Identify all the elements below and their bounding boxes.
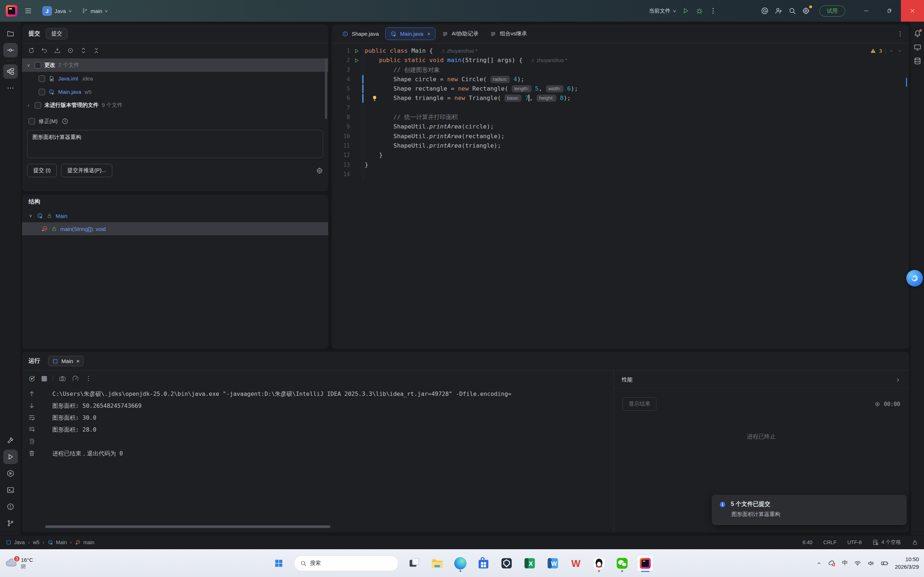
code-line[interactable]: 6 Shape triangle = new Triangle( base: 7… [332, 93, 909, 103]
code-line[interactable]: 4 Shape circle = new Circle( radius: 4); [332, 75, 909, 84]
unlock-icon[interactable] [912, 539, 918, 546]
taskbar-clock[interactable]: 10:50 2026/3/29 [895, 556, 919, 571]
project-selector[interactable]: J Java ∨ [39, 4, 75, 18]
group-checkbox[interactable] [35, 102, 41, 109]
run-button[interactable] [679, 5, 693, 17]
chevron-down-icon[interactable]: ∨ [26, 63, 31, 68]
battery-icon[interactable] [881, 559, 888, 567]
taskbar-app-store[interactable] [475, 555, 492, 572]
restore-button[interactable] [878, 0, 901, 22]
amend-checkbox[interactable] [29, 118, 35, 124]
close-tab-icon[interactable]: × [76, 358, 80, 364]
editor-tab--vs-[interactable]: 组合vs继承 [485, 27, 532, 40]
author-inlay[interactable]: zhuyanshuo * [530, 57, 567, 63]
taskbar-app-word[interactable]: W [544, 555, 561, 572]
close-tab-icon[interactable]: × [427, 31, 430, 37]
sidebar-item-remote[interactable] [912, 42, 923, 53]
print-icon[interactable] [28, 438, 36, 445]
floating-ai-button[interactable] [906, 270, 923, 287]
chevron-right-icon[interactable]: › [26, 103, 31, 108]
encoding-selector[interactable]: UTF-8 [848, 540, 862, 545]
show-results-button[interactable]: 显示结果 [622, 397, 656, 411]
group-checkbox[interactable] [35, 62, 41, 69]
onedrive-error-icon[interactable] [828, 559, 836, 567]
taskbar-app-shield[interactable] [498, 555, 515, 572]
main-menu-button[interactable] [21, 5, 36, 17]
change-group-row[interactable]: ›未进行版本管理的文件9 个文件 [22, 98, 328, 112]
horizontal-scrollbar[interactable] [45, 525, 330, 528]
branch-selector[interactable]: main ∨ [78, 5, 111, 16]
sidebar-item-run[interactable] [3, 450, 18, 464]
editor-tab-main-java[interactable]: CMain.java× [385, 27, 435, 40]
code-line[interactable]: 13} [332, 160, 909, 169]
taskbar-app-excel[interactable]: X [522, 555, 538, 572]
refresh-icon[interactable] [28, 47, 35, 54]
wifi-icon[interactable] [854, 560, 861, 567]
author-inlay[interactable]: zhuyanshuo * [441, 48, 478, 54]
code-line[interactable]: 8 // 统一计算并打印面积 [332, 113, 909, 122]
debug-button[interactable] [693, 5, 706, 17]
collapse-all-icon[interactable] [93, 47, 100, 54]
taskbar-app-edge[interactable] [452, 555, 468, 572]
screenshot-icon[interactable] [59, 375, 66, 382]
up-stacktrace-icon[interactable] [28, 390, 36, 397]
run-line-icon[interactable] [354, 48, 360, 54]
close-button[interactable] [901, 0, 924, 22]
changed-file-row[interactable]: Java.iml.idea [22, 72, 328, 85]
search-everywhere-button[interactable] [785, 5, 799, 17]
down-stacktrace-icon[interactable] [28, 402, 36, 409]
taskbar-app-wechat[interactable] [614, 555, 630, 572]
taskbar-app-explorer[interactable] [429, 555, 446, 572]
sidebar-item-notifications[interactable] [912, 28, 923, 39]
editor-tab-shape-java[interactable]: CShape.java [337, 27, 384, 40]
inspections-widget[interactable]: 3 [870, 48, 902, 54]
commit-button[interactable]: 提交 (I) [27, 164, 57, 177]
code-line[interactable]: 9 ShapeUtil.printArea(circle); [332, 122, 909, 131]
breadcrumb-item[interactable]: mmain [75, 540, 94, 545]
taskbar-app-wps[interactable]: W [568, 555, 584, 572]
commit-tab[interactable]: 提交 [46, 28, 68, 39]
run-tab-main[interactable]: Main × [48, 356, 84, 366]
sidebar-item-structure[interactable] [3, 64, 18, 79]
trial-badge[interactable]: 试用 [819, 5, 845, 16]
target-icon[interactable] [67, 47, 74, 54]
clear-console-icon[interactable] [28, 450, 36, 457]
indent-selector[interactable]: 4 个空格 [872, 539, 901, 546]
next-problem-icon[interactable] [897, 48, 902, 53]
code-line[interactable]: 2 public static void main(String[] args)… [332, 56, 909, 65]
run-config-selector[interactable]: 当前文件 ∨ [646, 5, 679, 16]
ime-indicator[interactable]: 中 [842, 559, 848, 567]
sidebar-item-commit[interactable] [3, 43, 18, 57]
code-line[interactable]: 10 ShapeUtil.printArea(rectangle); [332, 132, 909, 141]
shelve-icon[interactable] [54, 47, 61, 54]
sidebar-item-profiler[interactable] [3, 466, 18, 481]
caret-position[interactable]: 6:40 [803, 540, 813, 545]
taskbar-app-taskview[interactable] [406, 555, 422, 572]
breadcrumb-item[interactable]: w5 [33, 540, 39, 545]
volume-icon[interactable] [867, 560, 874, 567]
change-group-row[interactable]: ∨更改2 个文件 [22, 58, 328, 72]
sidebar-item-problems[interactable] [3, 500, 18, 514]
settings-button[interactable] [799, 5, 813, 17]
expand-all-icon[interactable] [80, 47, 87, 54]
sidebar-item-project[interactable] [3, 26, 18, 41]
code-line[interactable]: 12 } [332, 150, 909, 160]
sidebar-item-database[interactable] [912, 56, 923, 66]
history-icon[interactable] [61, 118, 69, 125]
code-line[interactable]: 11 ShapeUtil.printArea(triangle); [332, 141, 909, 150]
run-line-icon[interactable] [354, 57, 360, 63]
profiler-gauge-icon[interactable] [72, 375, 79, 382]
tray-expand-icon[interactable] [816, 561, 822, 566]
minimize-button[interactable] [855, 0, 878, 22]
changed-file-row[interactable]: CMain.javaw5 [22, 85, 328, 98]
stop-icon[interactable] [42, 376, 47, 381]
line-ending-selector[interactable]: CRLF [823, 540, 837, 545]
more-vertical-icon[interactable] [85, 375, 92, 382]
weather-widget[interactable]: 3 16°C 阴 [4, 556, 33, 569]
notification-toast[interactable]: 5 个文件已提交 图形面积计算器重构 [712, 495, 907, 525]
ai-assistant-button[interactable] [758, 5, 772, 17]
start-button[interactable] [271, 555, 287, 571]
prev-problem-icon[interactable] [889, 48, 894, 53]
structure-item[interactable]: ∨CMain [22, 209, 328, 222]
soft-wrap-icon[interactable] [28, 414, 36, 421]
